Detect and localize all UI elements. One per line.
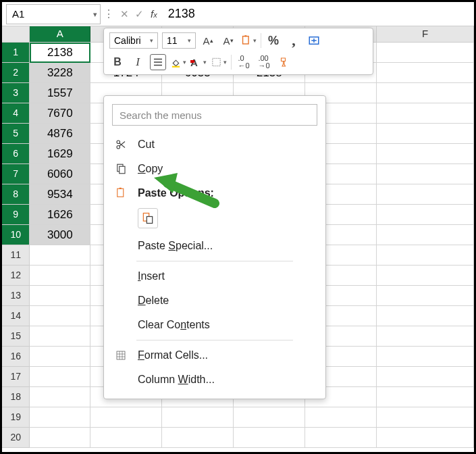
cell[interactable]	[30, 245, 90, 266]
menu-paste-special[interactable]: Paste Special...	[104, 234, 325, 258]
cell[interactable]	[30, 387, 90, 407]
row-header[interactable]: 11	[2, 245, 30, 266]
name-box[interactable]: A1 ▾	[6, 4, 101, 24]
cell[interactable]	[377, 326, 474, 347]
row-header[interactable]: 5	[2, 124, 30, 144]
row-header[interactable]: 15	[2, 326, 30, 347]
row-header[interactable]: 13	[2, 286, 30, 306]
percent-format-icon[interactable]: %	[265, 32, 282, 49]
row-19[interactable]: 19	[2, 407, 474, 428]
paste-options-icon[interactable]: ▾	[240, 32, 257, 49]
cell[interactable]: 4876	[30, 124, 90, 144]
row-header[interactable]: 12	[2, 266, 30, 286]
row-header[interactable]: 1	[2, 43, 30, 63]
menu-cut[interactable]: Cut	[104, 132, 325, 157]
enter-check-icon[interactable]: ✓	[132, 8, 147, 20]
cell[interactable]	[377, 43, 474, 63]
row-header[interactable]: 8	[2, 184, 30, 205]
increase-decimal-icon[interactable]: .0←0	[236, 54, 252, 70]
cell[interactable]	[30, 428, 90, 448]
cell[interactable]	[30, 286, 90, 306]
row-header[interactable]: 10	[2, 225, 30, 245]
cell-a1[interactable]: 2138	[30, 43, 90, 63]
row-header[interactable]: 17	[2, 367, 30, 387]
cell[interactable]	[377, 184, 474, 205]
row-header[interactable]: 7	[2, 164, 30, 184]
row-header[interactable]: 14	[2, 306, 30, 326]
row-header[interactable]: 20	[2, 428, 30, 448]
cell[interactable]	[30, 266, 90, 286]
row-header[interactable]: 16	[2, 347, 30, 367]
row-header[interactable]: 9	[2, 205, 30, 225]
cell[interactable]	[162, 407, 234, 428]
cell[interactable]	[377, 164, 474, 184]
decrease-font-icon[interactable]: A▾	[220, 32, 236, 49]
cell[interactable]	[377, 428, 474, 448]
font-name-select[interactable]: Calibri▾	[109, 32, 158, 49]
italic-button[interactable]: I	[130, 54, 146, 70]
paste-icon[interactable]	[138, 208, 158, 228]
cell[interactable]: 9534	[30, 184, 90, 205]
cell[interactable]: 1629	[30, 144, 90, 164]
cell[interactable]	[377, 83, 474, 103]
bold-button[interactable]: B	[109, 54, 126, 70]
cell[interactable]	[162, 428, 234, 448]
cell[interactable]	[377, 367, 474, 387]
select-all-corner[interactable]	[2, 26, 30, 42]
borders-icon[interactable]: ▾	[211, 54, 227, 70]
chevron-down-icon[interactable]: ▾	[93, 9, 97, 18]
row-header[interactable]: 18	[2, 387, 30, 407]
cell[interactable]	[377, 124, 474, 144]
cell[interactable]	[30, 407, 90, 428]
cell[interactable]	[377, 306, 474, 326]
col-header-f[interactable]: F	[377, 26, 474, 42]
row-header[interactable]: 3	[2, 83, 30, 103]
menu-search-input[interactable]: Search the menus	[112, 104, 317, 126]
comma-format-icon[interactable]: ,	[286, 32, 302, 49]
cell[interactable]	[90, 428, 162, 448]
cell[interactable]	[377, 407, 474, 428]
cell[interactable]	[305, 407, 377, 428]
fx-icon[interactable]: fx	[147, 8, 161, 20]
cell[interactable]	[377, 103, 474, 124]
font-color-icon[interactable]: A▾	[190, 54, 207, 70]
decrease-decimal-icon[interactable]: .00→0	[256, 54, 272, 70]
cell[interactable]	[377, 245, 474, 266]
orientation-icon[interactable]	[306, 32, 322, 49]
align-button[interactable]	[150, 54, 166, 70]
formula-value[interactable]: 2138	[161, 7, 195, 21]
menu-format-cells[interactable]: Format Cells...	[104, 343, 325, 368]
menu-insert[interactable]: Insert	[104, 264, 325, 288]
row-header[interactable]: 2	[2, 63, 30, 83]
font-size-select[interactable]: 11▾	[162, 32, 196, 49]
cell[interactable]	[377, 225, 474, 245]
cell[interactable]	[234, 428, 305, 448]
cell[interactable]	[30, 347, 90, 367]
cell[interactable]	[234, 407, 305, 428]
cancel-x-icon[interactable]: ✕	[117, 8, 132, 20]
row-header[interactable]: 4	[2, 103, 30, 124]
cell-a2[interactable]: 3228	[30, 63, 90, 83]
row-header[interactable]: 19	[2, 407, 30, 428]
increase-font-icon[interactable]: A▴	[200, 32, 216, 49]
cell[interactable]	[377, 387, 474, 407]
cell[interactable]	[30, 326, 90, 347]
cell[interactable]	[90, 407, 162, 428]
format-painter-icon[interactable]	[276, 54, 292, 70]
cell[interactable]: 6060	[30, 164, 90, 184]
menu-column-width[interactable]: Column Width...	[104, 368, 325, 392]
row-20[interactable]: 20	[2, 428, 474, 448]
menu-delete[interactable]: Delete	[104, 288, 325, 313]
cell[interactable]	[305, 428, 377, 448]
cell[interactable]: 1626	[30, 205, 90, 225]
fill-color-icon[interactable]: ▾	[170, 54, 186, 70]
col-header-a[interactable]: A	[30, 26, 90, 42]
cell[interactable]	[377, 347, 474, 367]
cell[interactable]	[377, 266, 474, 286]
cell[interactable]	[377, 144, 474, 164]
row-header[interactable]: 6	[2, 144, 30, 164]
cell[interactable]: 7670	[30, 103, 90, 124]
cell[interactable]: 3000	[30, 225, 90, 245]
menu-clear-contents[interactable]: Clear Contents	[104, 313, 325, 337]
cell[interactable]	[30, 306, 90, 326]
